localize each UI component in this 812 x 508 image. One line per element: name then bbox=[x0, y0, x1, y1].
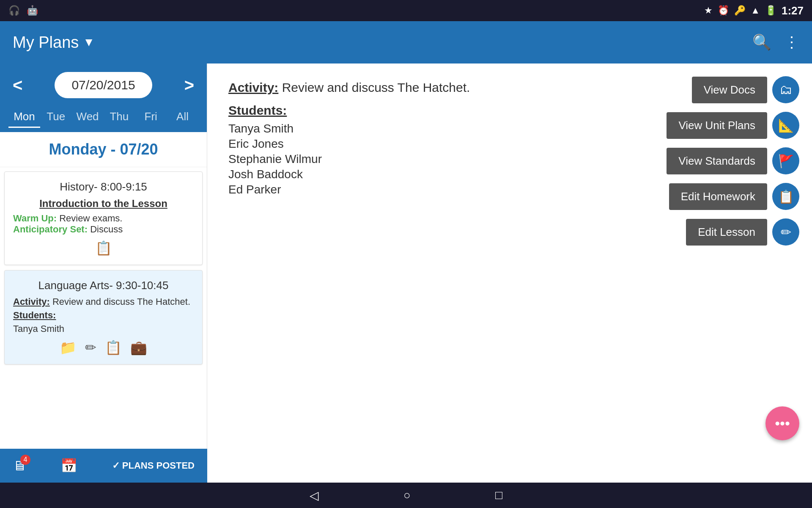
back-button[interactable]: ◁ bbox=[310, 489, 319, 502]
lesson-1-title: History- 8:00-9:15 bbox=[13, 180, 194, 193]
view-unit-plans-button[interactable]: View Unit Plans bbox=[667, 112, 767, 139]
pencil-circle-icon: ✏ bbox=[781, 225, 791, 240]
view-docs-row: View Docs 🗂 bbox=[667, 76, 799, 103]
lesson-2-students-header: Students: bbox=[13, 310, 194, 321]
clipboard-circle-icon: 📋 bbox=[778, 189, 794, 204]
alarm-icon: ⏰ bbox=[718, 5, 729, 16]
app-bar: My Plans ▼ 🔍 ⋮ bbox=[0, 21, 812, 64]
lesson-2-icons: 📁 ✏ 📋 💼 bbox=[13, 340, 194, 356]
headphones-icon: 🎧 bbox=[8, 5, 20, 16]
view-unit-plans-row: View Unit Plans 📐 bbox=[667, 112, 799, 139]
fab-icon: ••• bbox=[775, 415, 790, 432]
main-container: < 07/20/2015 > Mon Tue Wed Thu Fri All M… bbox=[0, 64, 812, 483]
status-bar-right: ★ ⏰ 🔑 ▲ 🔋 1:27 bbox=[704, 4, 804, 17]
tab-mon[interactable]: Mon bbox=[8, 107, 40, 128]
more-options-icon[interactable]: ⋮ bbox=[784, 33, 799, 51]
plans-posted-status: ✓ PLANS POSTED bbox=[112, 460, 195, 471]
next-date-button[interactable]: > bbox=[184, 76, 194, 95]
date-nav: < 07/20/2015 > bbox=[0, 64, 207, 107]
right-panel: Activity: Review and discuss The Hatchet… bbox=[207, 64, 812, 483]
dropdown-arrow-icon[interactable]: ▼ bbox=[83, 36, 95, 49]
detail-activity-label: Activity: bbox=[228, 80, 278, 94]
star-icon: ★ bbox=[704, 5, 713, 16]
edit-homework-button[interactable]: Edit Homework bbox=[669, 183, 767, 210]
lessons-list: History- 8:00-9:15 Introduction to the L… bbox=[0, 167, 207, 483]
app-title: My Plans bbox=[13, 33, 79, 52]
edit-lesson-circle[interactable]: ✏ bbox=[772, 218, 799, 246]
anticipatory-label: Anticipatory Set: bbox=[13, 224, 88, 235]
view-docs-circle[interactable]: 🗂 bbox=[772, 76, 799, 103]
activity-label-2: Activity: bbox=[13, 296, 50, 307]
left-panel: < 07/20/2015 > Mon Tue Wed Thu Fri All M… bbox=[0, 64, 207, 483]
lesson-1-subtitle: Introduction to the Lesson bbox=[13, 198, 194, 210]
lesson-1-anticipatory: Anticipatory Set: Discuss bbox=[13, 224, 194, 235]
view-unit-plans-circle[interactable]: 📐 bbox=[772, 112, 799, 139]
lesson-card-1[interactable]: History- 8:00-9:15 Introduction to the L… bbox=[4, 171, 203, 265]
action-buttons: View Docs 🗂 View Unit Plans 📐 View Stand… bbox=[667, 76, 799, 246]
key-icon: 🔑 bbox=[734, 5, 746, 16]
app-title-container[interactable]: My Plans ▼ bbox=[13, 33, 95, 52]
current-date[interactable]: 07/20/2015 bbox=[55, 72, 152, 98]
edit-lesson-row: Edit Lesson ✏ bbox=[667, 218, 799, 246]
lesson-1-icons: 📋 bbox=[13, 240, 194, 256]
recents-button[interactable]: □ bbox=[495, 489, 502, 502]
tab-all[interactable]: All bbox=[167, 107, 198, 128]
status-bar-left: 🎧 🤖 bbox=[8, 5, 38, 16]
flag-circle-icon: 🚩 bbox=[778, 154, 794, 168]
clipboard-icon-2: 📋 bbox=[105, 340, 122, 356]
edit-icon-2: ✏ bbox=[85, 340, 96, 356]
day-tabs: Mon Tue Wed Thu Fri All bbox=[0, 107, 207, 132]
folder-circle-icon: 🗂 bbox=[779, 83, 792, 97]
calendar-icon: 📅 bbox=[60, 458, 77, 473]
lesson-2-student-name: Tanya Smith bbox=[13, 323, 194, 334]
prev-date-button[interactable]: < bbox=[13, 76, 22, 95]
status-time: 1:27 bbox=[782, 4, 804, 17]
bottom-bar: 🖥 4 📅 ✓ PLANS POSTED bbox=[0, 449, 207, 483]
clipboard-icon: 📋 bbox=[95, 240, 112, 256]
ruler-circle-icon: 📐 bbox=[778, 118, 794, 133]
battery-icon: 🔋 bbox=[765, 5, 776, 16]
detail-activity-text: Review and discuss The Hatchet. bbox=[282, 80, 470, 94]
plans-posted-text: PLANS POSTED bbox=[122, 460, 195, 471]
view-standards-circle[interactable]: 🚩 bbox=[772, 147, 799, 174]
tab-wed[interactable]: Wed bbox=[72, 107, 104, 128]
app-bar-actions: 🔍 ⋮ bbox=[752, 33, 799, 51]
lesson-2-activity: Activity: Review and discuss The Hatchet… bbox=[13, 296, 194, 307]
lesson-1-warmup: Warm Up: Review exams. bbox=[13, 213, 194, 224]
activity-text-2: Review and discuss The Hatchet. bbox=[52, 296, 190, 307]
calendar-button[interactable]: 📅 bbox=[60, 458, 77, 474]
lesson-2-title: Language Arts- 9:30-10:45 bbox=[13, 279, 194, 292]
home-button[interactable]: ○ bbox=[403, 489, 411, 502]
anticipatory-text: Discuss bbox=[90, 224, 123, 235]
view-docs-button[interactable]: View Docs bbox=[692, 77, 767, 103]
notification-badge: 4 bbox=[20, 455, 30, 465]
lesson-card-2[interactable]: Language Arts- 9:30-10:45 Activity: Revi… bbox=[4, 270, 203, 364]
warmup-text: Review exams. bbox=[59, 213, 122, 224]
folder-icon-2: 📁 bbox=[60, 340, 77, 356]
edit-homework-circle[interactable]: 📋 bbox=[772, 183, 799, 210]
android-icon: 🤖 bbox=[27, 5, 38, 16]
notifications-button[interactable]: 🖥 4 bbox=[13, 458, 26, 474]
edit-lesson-button[interactable]: Edit Lesson bbox=[686, 219, 767, 246]
search-icon[interactable]: 🔍 bbox=[752, 33, 771, 51]
status-bar: 🎧 🤖 ★ ⏰ 🔑 ▲ 🔋 1:27 bbox=[0, 0, 812, 21]
warmup-label: Warm Up: bbox=[13, 213, 57, 224]
system-nav-bar: ◁ ○ □ bbox=[0, 483, 812, 508]
tab-tue[interactable]: Tue bbox=[40, 107, 72, 128]
tab-thu[interactable]: Thu bbox=[103, 107, 135, 128]
students-label-2: Students: bbox=[13, 310, 56, 320]
tab-fri[interactable]: Fri bbox=[135, 107, 167, 128]
wifi-icon: ▲ bbox=[751, 5, 760, 16]
view-standards-button[interactable]: View Standards bbox=[667, 148, 767, 174]
day-header: Monday - 07/20 bbox=[0, 132, 207, 167]
fab-button[interactable]: ••• bbox=[765, 406, 799, 440]
view-standards-row: View Standards 🚩 bbox=[667, 147, 799, 174]
briefcase-icon-2: 💼 bbox=[130, 340, 147, 356]
checkmark-icon: ✓ bbox=[112, 460, 120, 471]
edit-homework-row: Edit Homework 📋 bbox=[667, 183, 799, 210]
